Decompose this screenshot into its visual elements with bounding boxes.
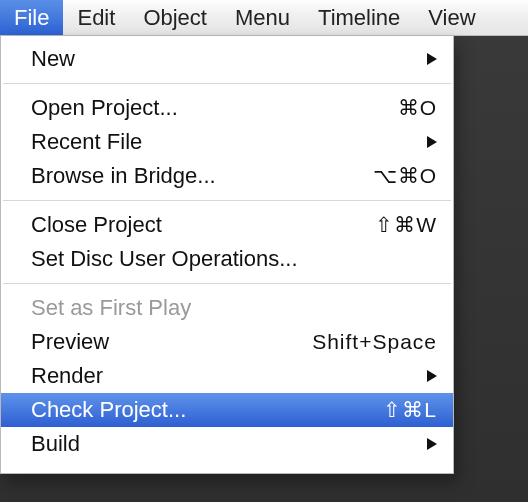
menu-menu-label: Menu	[235, 5, 290, 31]
app-window: File Edit Object Menu Timeline View New …	[0, 0, 528, 502]
file-menu-browse-bridge[interactable]: Browse in Bridge... ⌥⌘O	[1, 159, 453, 193]
file-menu-build-label: Build	[31, 431, 423, 457]
menu-timeline-label: Timeline	[318, 5, 400, 31]
file-menu-browse-bridge-label: Browse in Bridge...	[31, 163, 373, 189]
menu-separator	[3, 200, 451, 201]
file-menu-render[interactable]: Render	[1, 359, 453, 393]
file-menu-check-project-label: Check Project...	[31, 397, 383, 423]
menu-menu[interactable]: Menu	[221, 0, 304, 35]
file-menu-recent-file-label: Recent File	[31, 129, 423, 155]
menu-file-label: File	[14, 5, 49, 31]
file-menu-check-project[interactable]: Check Project... ⇧⌘L	[1, 393, 453, 427]
file-menu-set-first-play-label: Set as First Play	[31, 295, 437, 321]
menu-view[interactable]: View	[414, 0, 489, 35]
file-menu-close-project-shortcut: ⇧⌘W	[375, 213, 437, 237]
menu-object-label: Object	[143, 5, 207, 31]
file-menu-set-disc-ops-label: Set Disc User Operations...	[31, 246, 437, 272]
file-menu-preview[interactable]: Preview Shift+Space	[1, 325, 453, 359]
menubar: File Edit Object Menu Timeline View	[0, 0, 528, 36]
file-menu-build[interactable]: Build	[1, 427, 453, 461]
menu-view-label: View	[428, 5, 475, 31]
menu-edit[interactable]: Edit	[63, 0, 129, 35]
menu-edit-label: Edit	[77, 5, 115, 31]
menu-object[interactable]: Object	[129, 0, 221, 35]
file-menu-browse-bridge-shortcut: ⌥⌘O	[373, 164, 437, 188]
submenu-arrow-icon	[423, 136, 437, 148]
file-menu-set-first-play: Set as First Play	[1, 291, 453, 325]
file-menu-render-label: Render	[31, 363, 423, 389]
submenu-arrow-icon	[423, 370, 437, 382]
file-menu-close-project[interactable]: Close Project ⇧⌘W	[1, 208, 453, 242]
menu-separator	[3, 83, 451, 84]
submenu-arrow-icon	[423, 438, 437, 450]
file-menu-open-project-shortcut: ⌘O	[398, 96, 437, 120]
file-menu-recent-file[interactable]: Recent File	[1, 125, 453, 159]
file-menu-preview-shortcut: Shift+Space	[312, 330, 437, 354]
file-menu-new-label: New	[31, 46, 423, 72]
file-menu-open-project-label: Open Project...	[31, 95, 398, 121]
file-menu-preview-label: Preview	[31, 329, 312, 355]
menu-timeline[interactable]: Timeline	[304, 0, 414, 35]
file-menu-close-project-label: Close Project	[31, 212, 375, 238]
submenu-arrow-icon	[423, 53, 437, 65]
menu-separator	[3, 283, 451, 284]
file-menu-new[interactable]: New	[1, 42, 453, 76]
file-menu-dropdown: New Open Project... ⌘O Recent File Brows…	[0, 36, 454, 474]
file-menu-open-project[interactable]: Open Project... ⌘O	[1, 91, 453, 125]
menu-file[interactable]: File	[0, 0, 63, 35]
file-menu-check-project-shortcut: ⇧⌘L	[383, 398, 437, 422]
file-menu-set-disc-ops[interactable]: Set Disc User Operations...	[1, 242, 453, 276]
